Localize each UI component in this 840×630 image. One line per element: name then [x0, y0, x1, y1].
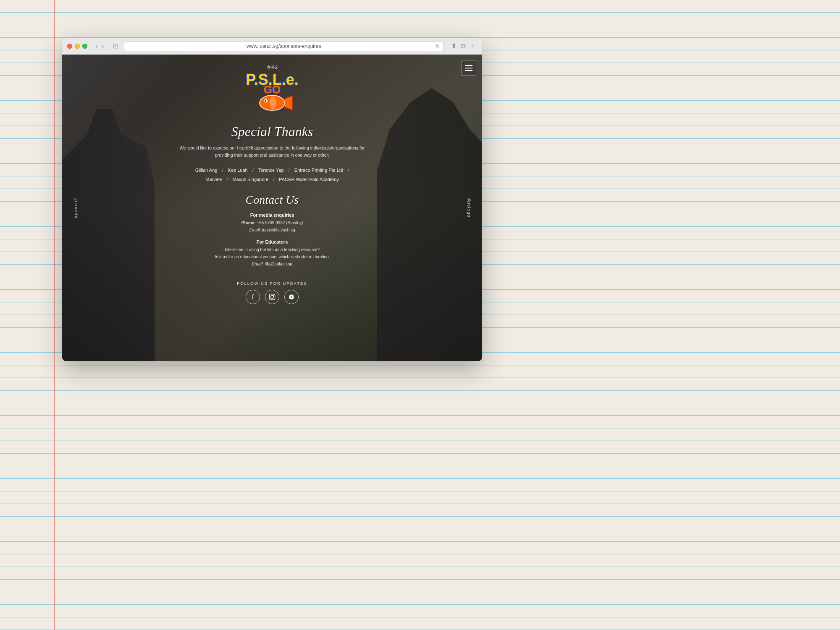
educators-line2: Ask us for an educational version, which…	[215, 253, 330, 260]
logo-container: 卷子2 P.S.L.e. GO	[243, 63, 302, 118]
name-3: Terence Yap	[258, 168, 284, 173]
traffic-light-minimize[interactable]	[75, 44, 80, 49]
website-inner: #juanzi2 #psiego 卷子2 P.S.L.e. GO	[62, 55, 482, 361]
traffic-light-close[interactable]	[67, 44, 72, 49]
media-title: For media enquiries	[215, 213, 330, 218]
website-content: #juanzi2 #psiego 卷子2 P.S.L.e. GO	[62, 55, 482, 361]
address-bar[interactable]: www.juanzi.sg/sponsors-enquires ↻	[124, 41, 444, 51]
hamburger-menu-button[interactable]	[461, 60, 476, 76]
social-icons-row: f	[237, 290, 307, 304]
new-tab-button[interactable]: ＋	[469, 41, 477, 51]
educators-email: Email: iffa@splash.sg	[215, 260, 330, 268]
hamburger-line-3	[465, 70, 472, 71]
educators-title: For Educators	[215, 239, 330, 244]
special-thanks-description: We would like to express our heartfelt a…	[171, 144, 373, 159]
name-5: Marvele	[205, 177, 222, 182]
traffic-light-maximize[interactable]	[82, 44, 87, 49]
svg-rect-9	[269, 294, 275, 299]
svg-point-11	[273, 295, 274, 296]
special-thanks-heading: Special Thanks	[171, 124, 373, 139]
side-text-right: #psiego	[467, 198, 472, 218]
reload-icon[interactable]: ↻	[436, 43, 440, 49]
logo-svg: 卷子2 P.S.L.e. GO	[243, 63, 302, 118]
name-6: Maxus Singapore	[233, 177, 269, 182]
educators-line1: Interested in using the film as a teachi…	[215, 246, 330, 253]
sidebar-toggle-button[interactable]: ⊡	[110, 42, 121, 50]
media-enquiries-section: For media enquiries Phone: +65 9749 9332…	[215, 213, 330, 234]
browser-chrome: ‹ › ⊡ www.juanzi.sg/sponsors-enquires ↻ …	[62, 38, 482, 55]
forward-button[interactable]: ›	[100, 42, 106, 50]
contact-us-section: Contact Us For media enquiries Phone: +6…	[181, 193, 364, 273]
hamburger-line-2	[465, 68, 472, 68]
side-text-left: #juanzi2	[73, 198, 78, 218]
nav-buttons: ‹ ›	[94, 42, 105, 50]
instagram-icon[interactable]	[265, 290, 279, 304]
educators-section: For Educators Interested in using the fi…	[215, 239, 330, 268]
media-phone: Phone: +65 9749 9332 (Stanley)	[215, 219, 330, 226]
contact-us-heading: Contact Us	[215, 193, 330, 207]
svg-text:卷子2: 卷子2	[267, 65, 278, 70]
name-2: Kee Luah	[228, 168, 248, 173]
names-list: Gillian Ang / Kee Luah / Terence Yap / E…	[171, 165, 373, 184]
follow-us-label: FOLLOW US FOR UPDATES	[237, 281, 307, 286]
special-thanks-section: Special Thanks We would like to express …	[138, 124, 407, 184]
name-4: Entraco Printing Pte Ltd	[294, 168, 343, 173]
url-text: www.juanzi.sg/sponsors-enquires	[247, 43, 321, 49]
facebook-icon[interactable]: f	[246, 290, 260, 304]
browser-toolbar-right: ⬆ ⧉ ＋	[450, 41, 477, 51]
traffic-lights	[67, 44, 87, 49]
svg-point-10	[271, 295, 274, 298]
duplicate-tab-button[interactable]: ⧉	[460, 42, 466, 51]
media-email: Email: juanzi@splash.sg	[215, 226, 330, 234]
svg-point-7	[270, 97, 276, 109]
svg-point-6	[265, 100, 266, 102]
follow-us-section: FOLLOW US FOR UPDATES f	[237, 281, 307, 312]
svg-text:GO: GO	[264, 83, 281, 96]
name-1: Gillian Ang	[195, 168, 218, 173]
svg-marker-4	[285, 96, 292, 110]
browser-window: ‹ › ⊡ www.juanzi.sg/sponsors-enquires ↻ …	[62, 38, 482, 361]
hamburger-line-1	[465, 65, 472, 66]
back-button[interactable]: ‹	[94, 42, 100, 50]
name-7: PACER Water Polo Academy	[279, 177, 339, 182]
share-button[interactable]: ⬆	[450, 41, 457, 51]
youtube-icon[interactable]	[284, 290, 299, 304]
